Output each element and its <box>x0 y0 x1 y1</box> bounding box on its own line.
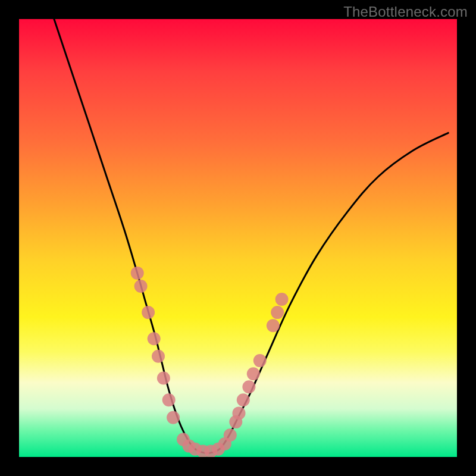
marker-dot <box>157 372 170 385</box>
marker-dot <box>237 393 250 406</box>
marker-dot <box>267 319 280 332</box>
plot-area <box>19 19 457 457</box>
marker-dot <box>233 406 246 419</box>
chart-svg <box>19 19 457 457</box>
marker-dot <box>275 293 289 306</box>
curve-markers <box>131 267 289 457</box>
marker-dot <box>162 393 176 406</box>
marker-dot <box>167 411 180 424</box>
chart-frame: TheBottleneck.com <box>0 0 476 476</box>
marker-dot <box>131 267 144 280</box>
marker-dot <box>271 306 284 319</box>
marker-dot <box>142 306 155 319</box>
watermark-text: TheBottleneck.com <box>343 4 468 20</box>
marker-dot <box>148 332 161 345</box>
marker-dot <box>242 380 255 393</box>
marker-dot <box>152 350 165 363</box>
marker-dot <box>247 367 260 380</box>
marker-dot <box>253 354 267 367</box>
marker-dot <box>224 428 237 441</box>
marker-dot <box>134 280 148 293</box>
